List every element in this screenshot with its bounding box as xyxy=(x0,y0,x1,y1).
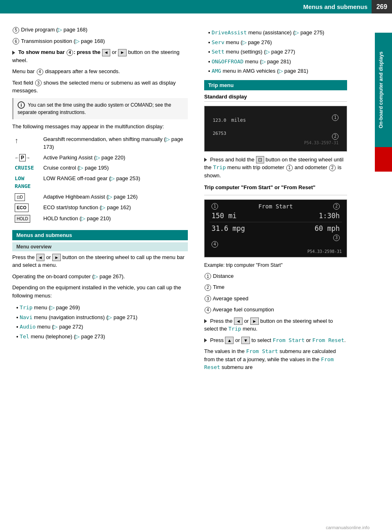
list-item: DriveAssist menu (assistance) (▷ page 27… xyxy=(208,28,347,38)
fs-num-1: 1 xyxy=(212,203,218,210)
list-item: Serv menu (▷ page 276) xyxy=(208,38,347,47)
menu-bar-note: Menu bar 4 disappears after a few second… xyxy=(12,67,188,76)
circle-avgspeed: 3 xyxy=(205,295,211,302)
display-num-1: 1 xyxy=(332,114,339,121)
watermark: carmanualsonline.info xyxy=(326,525,370,530)
circle-6: 6 xyxy=(13,38,19,45)
cruise-desc: Cruise control (▷ page 195) xyxy=(41,163,188,173)
transmission-position: 6 Transmission position (▷ page 168) xyxy=(12,37,188,45)
info-icon: i xyxy=(18,101,25,109)
left-column: 5 Drive program (▷ page 168) 6 Transmiss… xyxy=(0,22,196,379)
header-bar: Menus and submenus 269 xyxy=(0,0,392,13)
legend-avgspeed: 3 Average speed xyxy=(204,295,347,303)
table-row: ECO ECO start/stop function (▷ page 162) xyxy=(12,202,188,213)
circle-4b: 4 xyxy=(37,69,43,75)
circle-dist: 1 xyxy=(205,273,211,279)
menu-overview-text1: Press the or button on the steering whee… xyxy=(12,253,188,269)
example-text: Example: trip computer "From Start" xyxy=(204,262,347,269)
btn-left-3[interactable] xyxy=(234,317,243,325)
circle-avgfuel: 4 xyxy=(205,307,211,313)
list-item: Trip menu (▷ page 269) xyxy=(16,303,188,313)
info-box: i You can set the time using the audio s… xyxy=(12,98,188,120)
trip-computer-header: Trip computer "From Start" or "From Rese… xyxy=(204,183,347,192)
list-item: Navi menu (navigation instructions) (▷ p… xyxy=(16,313,188,322)
cruise-symbol: CRUISE xyxy=(12,163,41,173)
btn-up-1[interactable] xyxy=(225,337,234,344)
eco-symbol: ECO xyxy=(12,202,41,213)
circle-5: 5 xyxy=(13,27,19,34)
btn-left-2[interactable] xyxy=(36,254,45,261)
side-tab: On-board computer and displays xyxy=(375,33,392,147)
press-fromstart-text: Press or to select From Start or From Re… xyxy=(204,336,347,344)
display-num-2: 2 xyxy=(332,133,339,140)
drive-program: 5 Drive program (▷ page 168) xyxy=(12,26,188,34)
table-row: ⊡D Adaptive Highbeam Assist (▷ page 126) xyxy=(12,192,188,202)
circle-4a: 4 xyxy=(67,49,73,56)
btn-down-1[interactable] xyxy=(241,337,250,344)
low-range-label: LOWRANGE xyxy=(15,175,31,190)
circle-2a: 2 xyxy=(329,165,336,171)
press-hold-text: Press and hold the ⊡ button on the steer… xyxy=(204,156,347,180)
gearshift-symbol: ↑ xyxy=(12,134,41,152)
display-caption-1: P54.33-2597-31 xyxy=(213,141,339,145)
from-start-desc: The values in the From Start submenu are… xyxy=(204,347,347,371)
btn-reset[interactable]: ⊡ xyxy=(256,156,264,163)
parking-symbol: ←P→ xyxy=(12,152,41,163)
trip-menu-header: Trip menu xyxy=(204,80,347,90)
multifunction-intro: The following messages may appear in the… xyxy=(12,123,188,131)
low-range-symbol: LOWRANGE xyxy=(12,173,41,192)
btn-right-2[interactable] xyxy=(52,254,61,261)
fs-caption: P54.33-2598-31 xyxy=(209,249,342,254)
gearshift-desc: Gearshift recommendation, when shifting … xyxy=(41,134,188,152)
fs-time: 1:30h xyxy=(319,212,340,220)
side-tab-marker xyxy=(375,147,392,172)
cruise-label: CRUISE xyxy=(15,165,34,171)
list-item: AMG menu in AMG vehicles (▷ page 281) xyxy=(208,66,347,76)
btn-right-3[interactable] xyxy=(250,317,259,325)
standard-display-header: Standard display xyxy=(204,94,347,102)
table-row: LOWRANGE LOW RANGE off-road gear (▷ page… xyxy=(12,173,188,192)
menus-list2: DriveAssist menu (assistance) (▷ page 27… xyxy=(208,28,347,76)
hold-symbol: HOLD xyxy=(12,213,41,224)
highbeam-symbol: ⊡D xyxy=(12,192,41,202)
press-select-text: Press the or button on the steering whee… xyxy=(204,317,347,333)
right-column: DriveAssist menu (assistance) (▷ page 27… xyxy=(196,22,372,379)
circle-3: 3 xyxy=(35,80,42,86)
btn-left-1[interactable] xyxy=(102,49,111,56)
table-row: HOLD HOLD function (▷ page 210) xyxy=(12,213,188,224)
list-item: Sett menu (settings) (▷ page 277) xyxy=(208,47,347,57)
circle-1a: 1 xyxy=(286,165,293,171)
btn-right-1[interactable] xyxy=(118,49,127,56)
menu-overview-text2: Operating the on-board computer (▷ page … xyxy=(12,273,188,281)
circle-time: 2 xyxy=(205,284,211,291)
menu-overview-header: Menu overview xyxy=(12,242,188,251)
main-content: 5 Drive program (▷ page 168) 6 Transmiss… xyxy=(0,13,392,379)
legend-distance: 1 Distance xyxy=(204,272,347,280)
list-item: ON&OFFROAD menu (▷ page 281) xyxy=(208,57,347,67)
parking-desc: Active Parking Assist (▷ page 220) xyxy=(41,152,188,163)
menus-list: Trip menu (▷ page 269) Navi menu (naviga… xyxy=(16,303,188,341)
fs-num-3: 3 xyxy=(333,235,340,241)
fs-num-2: 2 xyxy=(333,203,340,210)
trip-odometer-display: 123.0 miles 26753 1 2 P54.33-2597-31 xyxy=(204,106,347,152)
table-row: CRUISE Cruise control (▷ page 195) xyxy=(12,163,188,173)
highbeam-desc: Adaptive Highbeam Assist (▷ page 126) xyxy=(41,192,188,202)
eco-desc: ECO start/stop function (▷ page 162) xyxy=(41,202,188,213)
legend-avgfuel: 4 Average fuel consumption xyxy=(204,306,347,314)
low-range-desc: LOW RANGE off-road gear (▷ page 253) xyxy=(41,173,188,192)
menu-overview-text3: Depending on the equipment installed in … xyxy=(12,284,188,300)
table-row: ↑ Gearshift recommendation, when shiftin… xyxy=(12,134,188,152)
header-title: Menus and submenus xyxy=(303,3,368,10)
list-item: Audio menu (▷ page 272) xyxy=(16,322,188,332)
hold-desc: HOLD function (▷ page 210) xyxy=(41,213,188,224)
eco-icon: ECO xyxy=(15,203,29,212)
legend-time: 2 Time xyxy=(204,283,347,291)
hold-icon: HOLD xyxy=(15,215,30,223)
list-item: Tel menu (telephone) (▷ page 273) xyxy=(16,332,188,342)
text-field-note: Text field 3 shows the selected menu or … xyxy=(12,79,188,95)
odometer-reading: 26753 xyxy=(213,125,246,139)
from-start-display: 1 From Start 2 150 mi 1:30h 31.6 mpg 60 … xyxy=(204,199,347,257)
highbeam-icon: ⊡D xyxy=(15,193,25,201)
feature-table: ↑ Gearshift recommendation, when shiftin… xyxy=(12,134,188,224)
fs-mpg: 31.6 mpg xyxy=(212,224,245,232)
